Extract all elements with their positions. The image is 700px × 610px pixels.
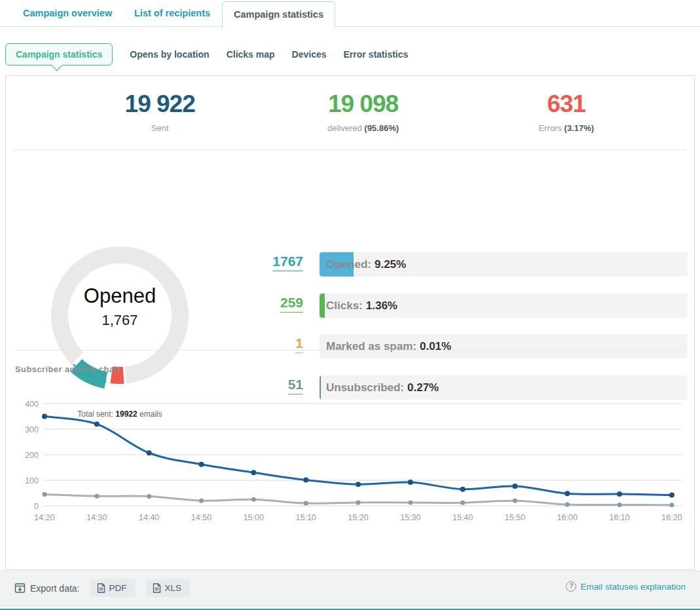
svg-text:14:40: 14:40 bbox=[139, 513, 159, 522]
xls-button-label: XLS bbox=[165, 583, 182, 593]
sent-count: 19 922 bbox=[58, 90, 261, 118]
tab-campaign-overview[interactable]: Campaign overview bbox=[23, 8, 112, 18]
section-divider bbox=[14, 350, 686, 351]
subtab-opens-by-location[interactable]: Opens by location bbox=[130, 49, 209, 60]
svg-text:0: 0 bbox=[34, 502, 39, 511]
export-xls-button[interactable]: XLS bbox=[146, 579, 191, 597]
document-icon bbox=[153, 583, 161, 593]
delivered-label: delivered bbox=[327, 123, 362, 133]
svg-text:16:00: 16:00 bbox=[557, 513, 578, 522]
spam-bar: Marked as spam:0.01% bbox=[320, 334, 688, 358]
delivered-note: (95.86%) bbox=[364, 123, 399, 133]
svg-text:16:10: 16:10 bbox=[609, 513, 629, 522]
document-icon bbox=[97, 583, 105, 593]
export-footer: Export data: PDF XLS ? Email statuses ex… bbox=[0, 571, 700, 606]
sub-tab-bar: Campaign statistics Opens by location Cl… bbox=[5, 39, 408, 69]
errors-count: 631 bbox=[465, 90, 668, 118]
subtab-error-statistics[interactable]: Error statistics bbox=[344, 49, 409, 60]
question-icon: ? bbox=[566, 581, 576, 592]
subtab-campaign-statistics[interactable]: Campaign statistics bbox=[5, 43, 113, 66]
svg-text:15:00: 15:00 bbox=[244, 513, 264, 522]
export-pdf-button[interactable]: PDF bbox=[90, 579, 136, 597]
clicks-bar-label: Clicks: bbox=[326, 299, 363, 312]
statistics-panel: 19 922 Sent 19 098 delivered (95.86%) 63… bbox=[5, 75, 695, 570]
section-divider bbox=[14, 149, 686, 150]
delivered-count: 19 098 bbox=[261, 90, 464, 118]
clicks-count-link[interactable]: 259 bbox=[280, 295, 303, 313]
summary-delivered: 19 098 delivered (95.86%) bbox=[261, 76, 464, 149]
svg-text:14:30: 14:30 bbox=[86, 513, 107, 522]
svg-text:15:30: 15:30 bbox=[400, 513, 420, 522]
opened-bar-label: Opened: bbox=[326, 258, 371, 271]
svg-text:300: 300 bbox=[25, 425, 39, 434]
svg-text:15:20: 15:20 bbox=[348, 513, 368, 522]
opened-count-link[interactable]: 1767 bbox=[272, 254, 303, 271]
stat-row-opened: 1767 Opened:9.25% bbox=[6, 252, 694, 278]
summary-errors: 631 Errors (3.17%) bbox=[465, 76, 668, 149]
clicks-bar-pct: 1.36% bbox=[366, 299, 397, 312]
pdf-button-label: PDF bbox=[109, 583, 127, 593]
svg-text:15:50: 15:50 bbox=[505, 513, 525, 522]
opened-bar-pct: 9.25% bbox=[375, 258, 406, 271]
svg-text:15:10: 15:10 bbox=[296, 513, 316, 522]
spam-bar-pct: 0.01% bbox=[420, 340, 451, 353]
svg-text:200: 200 bbox=[25, 451, 39, 460]
tab-list-of-recipients[interactable]: List of recipients bbox=[134, 8, 210, 18]
svg-text:14:20: 14:20 bbox=[34, 513, 54, 522]
subtab-devices[interactable]: Devices bbox=[292, 49, 327, 60]
activity-chart-title: Subscriber activity chart bbox=[15, 364, 121, 374]
svg-text:400: 400 bbox=[25, 400, 39, 409]
svg-text:15:40: 15:40 bbox=[452, 513, 473, 522]
summary-row: 19 922 Sent 19 098 delivered (95.86%) 63… bbox=[6, 76, 694, 149]
clicks-bar-fill bbox=[320, 294, 325, 318]
top-tab-bar: Campaign overview List of recipients Cam… bbox=[0, 0, 700, 27]
opened-bar: Opened:9.25% bbox=[320, 252, 688, 276]
sent-label: Sent bbox=[151, 123, 169, 133]
svg-text:100: 100 bbox=[25, 476, 39, 486]
errors-label: Errors bbox=[539, 123, 562, 133]
subtab-label: Campaign statistics bbox=[16, 49, 102, 60]
stat-row-spam: 1 Marked as spam:0.01% bbox=[6, 334, 694, 360]
help-link-label: Email statuses explanation bbox=[580, 582, 686, 592]
tab-campaign-statistics[interactable]: Campaign statistics bbox=[222, 1, 335, 28]
clicks-bar: Clicks:1.36% bbox=[320, 294, 688, 318]
svg-text:16:20: 16:20 bbox=[661, 513, 682, 522]
subtab-clicks-map[interactable]: Clicks map bbox=[227, 49, 275, 60]
subscriber-activity-chart[interactable]: 400300200100014:2014:3014:4014:5015:0015… bbox=[6, 387, 695, 538]
export-icon bbox=[14, 582, 26, 594]
svg-text:14:50: 14:50 bbox=[191, 513, 212, 522]
stat-row-clicks: 259 Clicks:1.36% bbox=[6, 294, 694, 320]
email-statuses-explanation-link[interactable]: ? Email statuses explanation bbox=[566, 581, 686, 592]
active-subtab-pointer bbox=[52, 60, 63, 71]
errors-note: (3.17%) bbox=[564, 123, 595, 133]
summary-sent: 19 922 Sent bbox=[58, 76, 261, 149]
spam-bar-label: Marked as spam: bbox=[326, 340, 416, 353]
export-data-label: Export data: bbox=[30, 583, 80, 594]
